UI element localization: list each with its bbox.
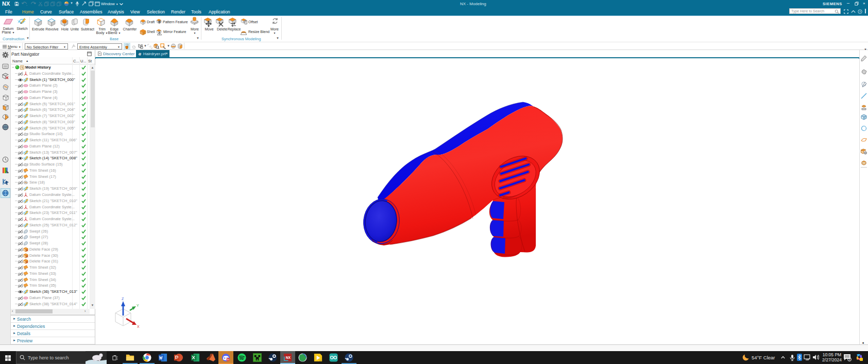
svg-text:21: 21 (319, 359, 322, 362)
svg-text:Z: Z (122, 297, 124, 301)
svg-text:NX: NX (286, 356, 291, 359)
svg-text:9+: 9+ (226, 358, 229, 361)
svg-text:X: X (137, 325, 140, 328)
svg-text:Y: Y (137, 304, 139, 307)
svg-text:?: ? (859, 10, 861, 13)
